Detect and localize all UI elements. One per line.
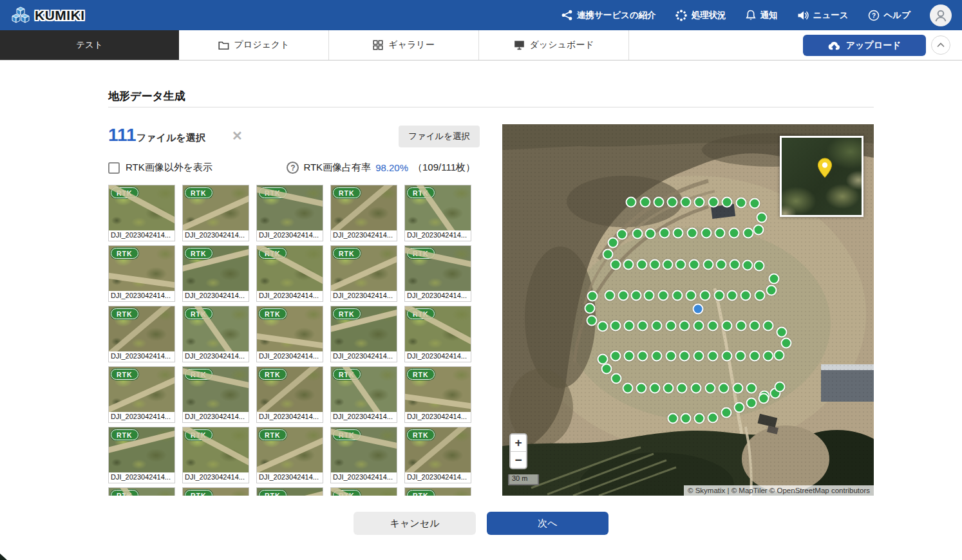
photo-point[interactable] [721, 407, 731, 418]
photo-point[interactable] [736, 197, 747, 208]
tab-gallery[interactable]: ギャラリー [329, 30, 479, 60]
file-thumbnail[interactable]: RTK DJI_2023042414... [404, 366, 471, 423]
photo-point[interactable] [708, 197, 719, 208]
photo-point[interactable] [640, 197, 651, 208]
photo-point[interactable] [636, 259, 647, 270]
file-thumbnail[interactable]: RTK DJI_2023042414... [404, 427, 471, 483]
photo-point[interactable] [689, 259, 700, 270]
photo-point[interactable] [636, 383, 646, 394]
file-thumbnail[interactable]: RTK DJI_2023042414... [182, 185, 249, 241]
current-photo-point[interactable] [693, 303, 704, 314]
photo-point[interactable] [602, 248, 613, 259]
photo-point[interactable] [650, 259, 661, 270]
photo-point[interactable] [718, 383, 729, 394]
photo-point[interactable] [607, 238, 618, 248]
photo-point[interactable] [740, 290, 751, 301]
file-thumbnail[interactable]: RTK DJI_2023042414... [182, 306, 249, 362]
photo-point[interactable] [637, 321, 648, 331]
photo-point[interactable] [715, 259, 726, 270]
zoom-out-button[interactable]: − [511, 451, 526, 468]
photo-point[interactable] [604, 290, 615, 301]
nav-item-services[interactable]: 連携サービスの紹介 [561, 10, 656, 21]
map-attribution[interactable]: © Skymatix | © MapTiler © OpenStreetMap … [684, 485, 874, 496]
photo-point[interactable] [657, 290, 668, 301]
photo-point[interactable] [652, 351, 663, 362]
file-thumbnail[interactable]: RTK DJI_2023042414... [256, 185, 323, 241]
file-thumbnail[interactable]: RTK DJI_2023042414... [330, 366, 397, 423]
photo-point[interactable] [667, 413, 678, 424]
photo-point[interactable] [708, 351, 719, 362]
file-thumbnail[interactable]: RTK DJI_2023042414... [108, 427, 175, 483]
photo-point[interactable] [775, 381, 786, 392]
photo-point[interactable] [759, 393, 769, 404]
photo-point[interactable] [653, 197, 664, 208]
photo-point[interactable] [776, 327, 787, 338]
nav-item-help[interactable]: ? ヘルプ [868, 10, 910, 21]
photo-point[interactable] [637, 351, 648, 362]
clear-selection-icon[interactable]: ✕ [232, 128, 243, 144]
photo-point[interactable] [742, 228, 753, 239]
file-thumbnail[interactable]: RTK DJI_2023042414... [108, 245, 175, 302]
photo-point[interactable] [616, 229, 627, 240]
photo-point[interactable] [662, 259, 673, 270]
photo-point[interactable] [736, 321, 747, 331]
file-thumbnail[interactable]: RTK DJI_2023042414... [108, 487, 175, 496]
photo-point[interactable] [715, 228, 726, 239]
tab-dashboard[interactable]: ダッシュボード [479, 30, 629, 60]
photo-point[interactable] [675, 259, 686, 270]
photo-point[interactable] [587, 291, 598, 302]
photo-point[interactable] [693, 351, 704, 362]
photo-point[interactable] [754, 260, 765, 271]
photo-point[interactable] [746, 383, 757, 394]
nav-item-notifications[interactable]: 通知 [746, 10, 778, 21]
file-thumbnail[interactable]: RTK DJI_2023042414... [108, 366, 175, 423]
photo-point[interactable] [746, 398, 757, 409]
photo-point[interactable] [665, 351, 676, 362]
photo-point[interactable] [756, 212, 767, 223]
photo-point[interactable] [727, 290, 738, 301]
photo-point[interactable] [708, 412, 719, 423]
file-thumbnail[interactable]: RTK DJI_2023042414... [256, 487, 323, 496]
file-thumbnail[interactable]: RTK DJI_2023042414... [404, 245, 471, 302]
file-thumbnail[interactable]: RTK DJI_2023042414... [256, 427, 323, 483]
photo-point[interactable] [643, 290, 654, 301]
photo-point[interactable] [763, 351, 774, 362]
photo-point[interactable] [681, 413, 692, 424]
photo-point[interactable] [693, 413, 704, 424]
photo-point[interactable] [618, 290, 629, 301]
photo-point[interactable] [693, 197, 704, 208]
kumiki-logo[interactable]: KUMIKI [10, 5, 85, 26]
photo-point[interactable] [686, 290, 697, 301]
zoom-in-button[interactable]: + [511, 434, 526, 451]
file-thumbnail[interactable]: RTK DJI_2023042414... [330, 306, 397, 362]
file-thumbnail[interactable]: RTK DJI_2023042414... [330, 427, 397, 483]
tab-test[interactable]: テスト [0, 30, 179, 60]
photo-point[interactable] [734, 402, 745, 413]
nav-item-news[interactable]: ニュース [797, 10, 849, 21]
photo-point[interactable] [652, 321, 663, 331]
photo-point[interactable] [679, 351, 690, 362]
photo-point[interactable] [597, 321, 608, 331]
photo-point[interactable] [763, 320, 774, 331]
file-thumbnail[interactable]: RTK DJI_2023042414... [108, 185, 175, 241]
photo-point[interactable] [705, 383, 716, 394]
file-thumbnail[interactable]: RTK DJI_2023042414... [404, 487, 471, 496]
photo-point[interactable] [768, 274, 779, 285]
file-thumbnail[interactable]: RTK DJI_2023042414... [108, 306, 175, 362]
file-thumbnail[interactable]: RTK DJI_2023042414... [182, 427, 249, 483]
photo-point[interactable] [780, 337, 791, 348]
photo-point[interactable] [701, 228, 712, 239]
photo-point[interactable] [659, 228, 670, 239]
photo-point[interactable] [601, 364, 612, 375]
photo-point[interactable] [713, 290, 724, 301]
photo-point[interactable] [749, 198, 760, 209]
photo-point[interactable] [732, 383, 743, 394]
file-thumbnail[interactable]: RTK DJI_2023042414... [182, 366, 249, 423]
photo-point[interactable] [610, 259, 621, 270]
photo-point[interactable] [754, 290, 765, 301]
file-thumbnail[interactable]: RTK DJI_2023042414... [256, 306, 323, 362]
photo-point[interactable] [749, 351, 760, 362]
photo-point[interactable] [730, 259, 740, 270]
photo-point[interactable] [753, 224, 764, 235]
select-files-button[interactable]: ファイルを選択 [399, 126, 480, 147]
